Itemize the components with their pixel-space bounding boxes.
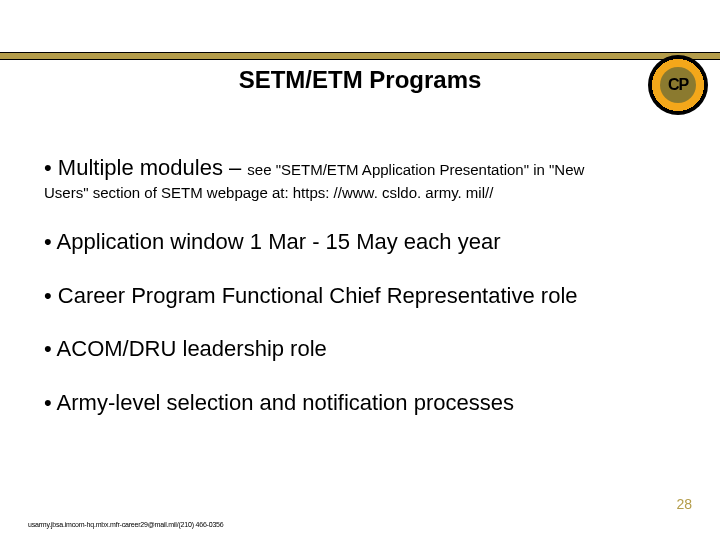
- bullet-lead: • Career Program Functional Chief Repres…: [44, 283, 578, 308]
- bullet-item: • Career Program Functional Chief Repres…: [44, 282, 680, 310]
- bullet-lead: • Multiple modules –: [44, 155, 247, 180]
- bullet-subtext-line2: Users" section of SETM webpage at: https…: [44, 184, 680, 203]
- bullet-item: • Multiple modules – see "SETM/ETM Appli…: [44, 154, 680, 202]
- cp-logo-text: CP: [668, 76, 688, 94]
- bullet-subtext-inline: see "SETM/ETM Application Presentation" …: [247, 161, 584, 178]
- bullet-item: • ACOM/DRU leadership role: [44, 335, 680, 363]
- bullet-lead: • ACOM/DRU leadership role: [44, 336, 327, 361]
- slide-header: SETM/ETM Programs CP: [0, 52, 720, 124]
- bullet-lead: • Army-level selection and notification …: [44, 390, 514, 415]
- page-title: SETM/ETM Programs: [0, 66, 720, 94]
- slide-body: • Multiple modules – see "SETM/ETM Appli…: [0, 124, 720, 416]
- cp-logo: CP: [648, 55, 708, 115]
- footer-contact: usarmy.jbsa.imcom-hq.mbx.mfr-career29@ma…: [28, 521, 224, 528]
- bullet-item: • Army-level selection and notification …: [44, 389, 680, 417]
- bullet-item: • Application window 1 Mar - 15 May each…: [44, 228, 680, 256]
- bullet-lead: • Application window 1 Mar - 15 May each…: [44, 229, 500, 254]
- divider-rule: [0, 52, 720, 62]
- page-number: 28: [676, 496, 692, 512]
